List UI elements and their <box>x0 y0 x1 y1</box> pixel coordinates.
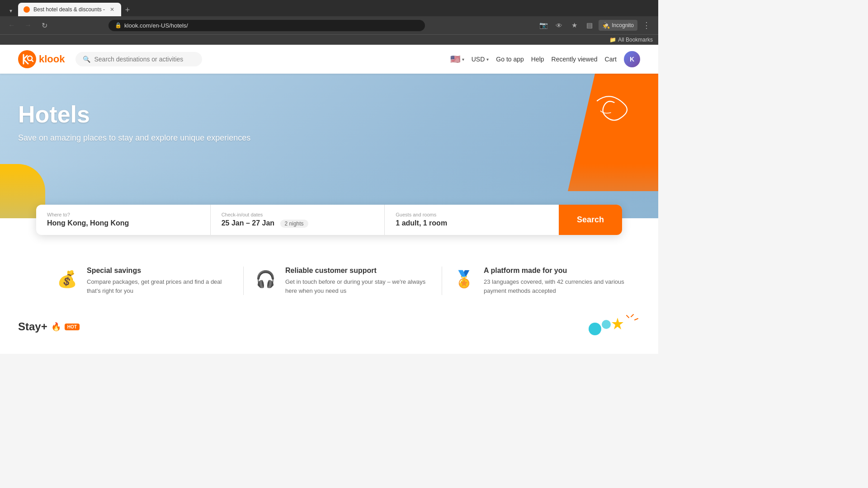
platform-icon: 🏅 <box>454 270 474 289</box>
nav-search-input[interactable] <box>94 56 195 63</box>
destination-field[interactable]: Where to? Hong Kong, Hong Kong <box>36 205 211 235</box>
svg-point-3 <box>589 323 601 335</box>
svg-point-4 <box>602 320 611 329</box>
guests-field[interactable]: Guests and rooms 1 adult, 1 room <box>385 205 559 235</box>
lock-icon: 🔒 <box>115 22 122 28</box>
navbar: klook 🔍 🇺🇸 ▾ USD ▾ Go to app Help Recent… <box>0 45 658 74</box>
nav-search-icon: 🔍 <box>83 56 90 63</box>
help-link[interactable]: Help <box>531 56 544 63</box>
hero-section: Hotels Save on amazing places to stay an… <box>0 74 658 218</box>
incognito-icon: 🕵 <box>602 22 610 29</box>
support-icon: 🎧 <box>255 270 276 289</box>
hero-content: Hotels Save on amazing places to stay an… <box>0 74 658 143</box>
address-bar-row: ← → ↻ 🔒 klook.com/en-US/hotels/ 📷 👁 ★ ▤ … <box>0 16 658 34</box>
profile-label: Incognito <box>612 22 634 28</box>
tab-bar: ▾ Best hotel deals & discounts - ✕ + <box>0 0 658 16</box>
dates-label: Check-in/out dates <box>222 212 374 217</box>
cart-link[interactable]: Cart <box>605 56 617 63</box>
feature-support: 🎧 Reliable customer support Get in touch… <box>244 267 442 295</box>
klook-logo[interactable]: klook <box>18 50 65 68</box>
feature-support-title: Reliable customer support <box>285 267 433 275</box>
hero-subtitle: Save on amazing places to stay and explo… <box>18 133 640 143</box>
logo-container: klook <box>18 50 65 68</box>
svg-line-8 <box>635 319 638 320</box>
nights-badge: 2 nights <box>280 220 308 228</box>
user-avatar[interactable]: K <box>624 51 640 67</box>
guests-label: Guests and rooms <box>396 212 548 217</box>
camera-off-icon[interactable]: 📷 <box>537 19 550 32</box>
bookmark-star-icon[interactable]: ★ <box>568 19 580 32</box>
website: klook 🔍 🇺🇸 ▾ USD ▾ Go to app Help Recent… <box>0 45 658 354</box>
feature-support-description: Get in touch before or during your stay … <box>285 277 433 295</box>
destination-label: Where to? <box>47 212 199 217</box>
flag-icon: 🇺🇸 <box>450 54 460 64</box>
more-options-icon[interactable]: ⋮ <box>640 19 653 32</box>
feature-savings-description: Compare packages, get great prices and f… <box>87 277 234 295</box>
bookmarks-folder-icon: 📁 <box>609 37 616 43</box>
eye-off-icon[interactable]: 👁 <box>552 19 565 32</box>
browser-chrome: ▾ Best hotel deals & discounts - ✕ + ← →… <box>0 0 658 45</box>
all-bookmarks-item[interactable]: 📁 All Bookmarks <box>609 37 653 43</box>
dates-value: 25 Jan – 27 Jan 2 nights <box>222 219 374 228</box>
back-button[interactable]: ← <box>5 19 18 32</box>
recently-viewed-link[interactable]: Recently viewed <box>552 56 598 63</box>
feature-platform-title: A platform made for you <box>484 267 631 275</box>
feature-platform-icon-container: 🏅 <box>451 267 476 292</box>
stay-plus-label: Stay+ 🔥 HOT <box>18 320 80 333</box>
destination-value: Hong Kong, Hong Kong <box>47 219 199 227</box>
feature-platform-text: A platform made for you 23 languages cov… <box>484 267 631 295</box>
currency-label: USD <box>472 56 485 63</box>
active-tab[interactable]: Best hotel deals & discounts - ✕ <box>18 3 121 16</box>
dates-text: 25 Jan – 27 Jan <box>222 219 274 227</box>
goto-app-link[interactable]: Go to app <box>496 56 524 63</box>
address-text: klook.com/en-US/hotels/ <box>124 22 188 29</box>
search-button[interactable]: Search <box>559 205 622 235</box>
guests-value: 1 adult, 1 room <box>396 219 548 227</box>
feature-platform-description: 23 languages covered, with 42 currencies… <box>484 277 631 295</box>
stay-plus-text: Stay+ <box>18 320 47 333</box>
nav-actions: 🇺🇸 ▾ USD ▾ Go to app Help Recently viewe… <box>450 51 640 67</box>
browser-actions: 📷 👁 ★ ▤ 🕵 Incognito ⋮ <box>537 19 653 32</box>
feature-savings: 💰 Special savings Compare packages, get … <box>18 267 243 295</box>
logo-text: klook <box>39 53 65 65</box>
tab-group-btn[interactable]: ▾ <box>5 5 16 16</box>
savings-icon: 💰 <box>57 270 77 289</box>
features-section: 💰 Special savings Compare packages, get … <box>0 249 658 304</box>
dates-field[interactable]: Check-in/out dates 25 Jan – 27 Jan 2 nig… <box>211 205 385 235</box>
currency-selector[interactable]: USD ▾ <box>472 56 489 63</box>
klook-logo-icon <box>18 50 36 68</box>
currency-chevron-icon: ▾ <box>486 57 489 62</box>
feature-support-text: Reliable customer support Get in touch b… <box>285 267 433 295</box>
stay-plus-decoration-icon <box>586 313 640 340</box>
profile-button[interactable]: 🕵 Incognito <box>599 20 637 31</box>
feature-savings-icon-container: 💰 <box>54 267 80 292</box>
address-bar[interactable]: 🔒 klook.com/en-US/hotels/ <box>108 20 425 31</box>
bookmarks-bar: 📁 All Bookmarks <box>0 34 658 45</box>
stay-plus-teaser: Stay+ 🔥 HOT <box>0 304 658 354</box>
reload-button[interactable]: ↻ <box>38 19 51 32</box>
bookmarks-label: All Bookmarks <box>618 37 653 43</box>
svg-line-7 <box>631 314 633 317</box>
svg-marker-5 <box>612 318 623 329</box>
search-bar: Where to? Hong Kong, Hong Kong Check-in/… <box>36 205 622 235</box>
language-selector[interactable]: 🇺🇸 ▾ <box>450 54 464 64</box>
fire-icon: 🔥 <box>51 322 61 332</box>
tab-title: Best hotel deals & discounts - <box>33 6 105 13</box>
feature-savings-title: Special savings <box>87 267 234 275</box>
search-bar-wrapper: Where to? Hong Kong, Hong Kong Check-in/… <box>0 205 658 249</box>
sidebar-icon[interactable]: ▤ <box>583 19 596 32</box>
stay-plus-illustration <box>586 313 640 340</box>
svg-point-0 <box>18 50 36 68</box>
tab-close-button[interactable]: ✕ <box>108 6 116 13</box>
tab-favicon <box>24 6 30 13</box>
svg-line-6 <box>627 315 629 318</box>
feature-platform: 🏅 A platform made for you 23 languages c… <box>442 267 640 295</box>
forward-button[interactable]: → <box>22 19 34 32</box>
stay-plus-hot-badge: HOT <box>65 324 80 330</box>
chevron-down-icon: ▾ <box>462 57 464 62</box>
hero-title: Hotels <box>18 101 640 128</box>
nav-search-bar[interactable]: 🔍 <box>75 52 202 66</box>
feature-savings-text: Special savings Compare packages, get gr… <box>87 267 234 295</box>
new-tab-button[interactable]: + <box>121 4 134 16</box>
feature-support-icon-container: 🎧 <box>253 267 278 292</box>
